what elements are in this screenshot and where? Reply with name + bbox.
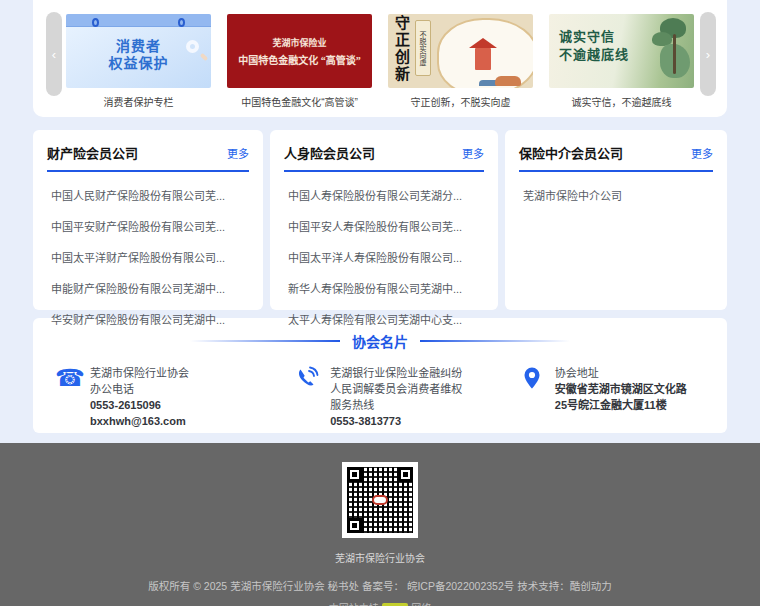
list-item[interactable]: 芜湖市保险中介公司 (519, 179, 713, 210)
more-link[interactable]: 更多 (462, 145, 484, 161)
carousel: ‹ 消费者 权益保护 消费者保护专栏 芜湖市保险业 中国特色金融文化 “高管谈” (33, 0, 727, 117)
hotline-contact: 芜湖银行业保险业金融纠纷 人民调解委员会消费者维权 服务热线 0553-3813… (295, 366, 520, 430)
footer: 芜湖市保险行业协会 版权所有 © 2025 芜湖市保险行业协会 秘书处 备案号：… (0, 443, 760, 606)
divider (420, 340, 570, 342)
calendar-topbar (66, 14, 211, 27)
scroll-banner-text: 不脱实向虚 (415, 20, 431, 76)
intermediary-insurance-card: 保险中介会员公司 更多 芜湖市保险中介公司 (505, 130, 727, 310)
section-title: 财产险会员公司 (47, 143, 138, 162)
hotline-icon (295, 366, 321, 430)
life-insurance-card: 人身险会员公司 更多 中国人寿保险股份有限公司芜湖分... 中国平安人寿保险股份… (270, 130, 498, 310)
banner-text: 守正创新 (393, 15, 408, 83)
list-item[interactable]: 中国人民财产保险股份有限公司芜... (47, 179, 249, 210)
pavilion-body-icon (475, 48, 491, 70)
qr-finder-icon (347, 518, 362, 533)
calendar-ring-icon (178, 18, 185, 27)
section-title: 人身险会员公司 (284, 143, 375, 162)
slide-caption: 中国特色金融文化“高管谈” (227, 94, 372, 109)
slide-caption: 消费者保护专栏 (66, 94, 211, 109)
contact-text: 芜湖银行业保险业金融纠纷 人民调解委员会消费者维权 服务热线 0553-3813… (330, 366, 462, 430)
contact-text: 芜湖市保险行业协会 办公电话 0553-2615096 bxxhwh@163.c… (90, 366, 189, 430)
card-header: 人身险会员公司 更多 (284, 143, 484, 172)
slide-consumer-protection[interactable]: 消费者 权益保护 消费者保护专栏 (66, 14, 211, 109)
cloud-artwork (437, 18, 533, 88)
slide-integrity-innovation[interactable]: 守正创新 不脱实向虚 守正创新，不脱实向虚 (388, 14, 533, 109)
pavilion-roof-icon (469, 38, 497, 48)
location-pin-icon (520, 366, 546, 430)
contacts-row: ☎ 芜湖市保险行业协会 办公电话 0553-2615096 bxxhwh@163… (33, 366, 727, 430)
carousel-slides: 消费者 权益保护 消费者保护专栏 芜湖市保险业 中国特色金融文化 “高管谈” 中… (33, 0, 727, 109)
slide-caption: 诚实守信，不逾越底线 (549, 94, 694, 109)
slide-caption: 守正创新，不脱实向虚 (388, 94, 533, 109)
integrity-innovation-banner[interactable]: 守正创新 不脱实向虚 (388, 14, 533, 88)
member-sections: 财产险会员公司 更多 中国人民财产保险股份有限公司芜... 中国平安财产保险股份… (33, 130, 727, 310)
chevron-left-icon: ‹ (52, 47, 56, 62)
finance-culture-banner[interactable]: 芜湖市保险业 中国特色金融文化 “高管谈” (227, 14, 372, 88)
section-title: 协会名片 (352, 331, 408, 351)
list-item[interactable]: 华安财产保险股份有限公司芜湖中... (47, 303, 249, 334)
figures-artwork (495, 76, 521, 86)
consumer-protection-banner[interactable]: 消费者 权益保护 (66, 14, 211, 88)
slide-finance-culture[interactable]: 芜湖市保险业 中国特色金融文化 “高管谈” 中国特色金融文化“高管谈” (227, 14, 372, 109)
contact-text: 协会地址 安徽省芜湖市镜湖区文化路 25号皖江金融大厦11楼 (555, 366, 687, 430)
card-header: 财产险会员公司 更多 (47, 143, 249, 172)
qr-caption: 芜湖市保险行业协会 (0, 550, 760, 565)
qr-finder-icon (347, 467, 362, 482)
qr-finder-icon (398, 467, 413, 482)
office-phone-contact: ☎ 芜湖市保险行业协会 办公电话 0553-2615096 bxxhwh@163… (55, 366, 295, 430)
qr-pattern (347, 467, 413, 533)
list-item[interactable]: 太平人寿保险有限公司芜湖中心支... (284, 303, 484, 334)
banner-text: 中国特色金融文化 “高管谈” (238, 52, 361, 67)
carousel-next-button[interactable]: › (700, 12, 716, 96)
ipv6-support-text: 本网站支持IPv6网络 (0, 600, 760, 606)
association-card-section: 协会名片 ☎ 芜湖市保险行业协会 办公电话 0553-2615096 bxxhw… (33, 318, 727, 433)
chevron-right-icon: › (706, 47, 710, 62)
wechat-qr-code (342, 462, 418, 538)
section-title: 保险中介会员公司 (519, 143, 623, 162)
more-link[interactable]: 更多 (691, 145, 713, 161)
card-header: 保险中介会员公司 更多 (519, 143, 713, 172)
tree-trunk-artwork (673, 34, 676, 74)
list-item[interactable]: 申能财产保险股份有限公司芜湖中... (47, 272, 249, 303)
honesty-banner[interactable]: 诚实守信 不逾越底线 (549, 14, 694, 88)
calendar-ring-icon (92, 18, 99, 27)
member-list: 中国人民财产保险股份有限公司芜... 中国平安财产保险股份有限公司芜... 中国… (47, 179, 249, 334)
copyright-text: 版权所有 © 2025 芜湖市保险行业协会 秘书处 备案号： 皖ICP备2022… (0, 578, 760, 593)
member-list: 芜湖市保险中介公司 (519, 179, 713, 210)
address-contact: 协会地址 安徽省芜湖市镜湖区文化路 25号皖江金融大厦11楼 (520, 366, 727, 430)
more-link[interactable]: 更多 (227, 145, 249, 161)
qr-center-logo (372, 495, 388, 505)
carousel-prev-button[interactable]: ‹ (46, 12, 62, 96)
banner-text: 诚实守信 不逾越底线 (559, 28, 629, 63)
list-item[interactable]: 中国人寿保险股份有限公司芜湖分... (284, 179, 484, 210)
section-title-row: 协会名片 (33, 331, 727, 351)
slide-honesty[interactable]: 诚实守信 不逾越底线 诚实守信，不逾越底线 (549, 14, 694, 109)
magnifier-icon (186, 40, 199, 53)
list-item[interactable]: 新华人寿保险股份有限公司芜湖中... (284, 272, 484, 303)
list-item[interactable]: 中国太平洋人寿保险股份有限公司... (284, 241, 484, 272)
banner-text: 芜湖市保险业 (272, 36, 326, 49)
property-insurance-card: 财产险会员公司 更多 中国人民财产保险股份有限公司芜... 中国平安财产保险股份… (33, 130, 263, 310)
list-item[interactable]: 中国平安人寿保险股份有限公司芜... (284, 210, 484, 241)
list-item[interactable]: 中国平安财产保险股份有限公司芜... (47, 210, 249, 241)
divider (190, 340, 340, 342)
member-list: 中国人寿保险股份有限公司芜湖分... 中国平安人寿保险股份有限公司芜... 中国… (284, 179, 484, 334)
list-item[interactable]: 中国太平洋财产保险股份有限公司... (47, 241, 249, 272)
office-phone-icon: ☎ (55, 366, 81, 430)
